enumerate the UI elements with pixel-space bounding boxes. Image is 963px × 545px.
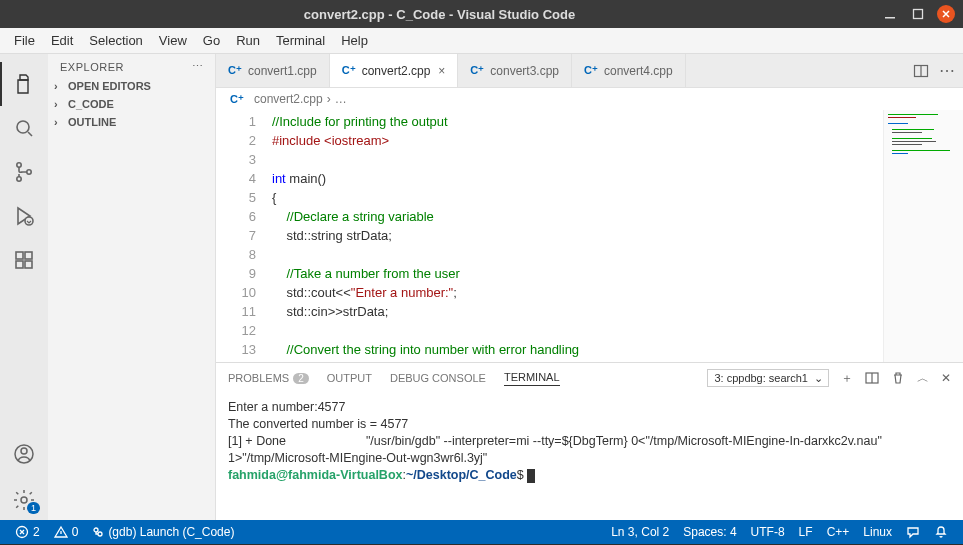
status-language[interactable]: C++ <box>820 525 857 539</box>
window-close-button[interactable] <box>937 5 955 23</box>
tab-convert2-cpp[interactable]: C⁺convert2.cpp× <box>330 54 459 87</box>
breadcrumb-file: convert2.cpp <box>254 92 323 106</box>
window-minimize-button[interactable] <box>881 5 899 23</box>
sidebar-header-label: EXPLORER <box>60 61 124 73</box>
chevron-down-icon: ⌄ <box>814 372 823 385</box>
cpp-file-icon: C⁺ <box>584 64 598 77</box>
sidebar: EXPLORER ⋯ ›OPEN EDITORS›C_CODE›OUTLINE <box>48 54 216 520</box>
chevron-right-icon: › <box>327 92 331 106</box>
chevron-right-icon: › <box>54 98 68 110</box>
tab-output[interactable]: OUTPUT <box>327 372 372 384</box>
search-icon[interactable] <box>0 106 48 150</box>
status-launch-config[interactable]: (gdb) Launch (C_Code) <box>85 525 241 539</box>
menu-terminal[interactable]: Terminal <box>268 33 333 48</box>
menu-go[interactable]: Go <box>195 33 228 48</box>
svg-point-2 <box>17 121 29 133</box>
tab-debug-console[interactable]: DEBUG CONSOLE <box>390 372 486 384</box>
problems-count-badge: 2 <box>293 373 309 384</box>
svg-rect-0 <box>885 17 895 19</box>
bottom-panel: PROBLEMS2 OUTPUT DEBUG CONSOLE TERMINAL … <box>216 362 963 520</box>
line-number-gutter: 1234567891011121314 <box>216 110 272 362</box>
sidebar-section-outline[interactable]: ›OUTLINE <box>48 113 215 131</box>
cpp-file-icon: C⁺ <box>342 64 356 77</box>
code-area[interactable]: //Include for printing the output#includ… <box>272 110 883 362</box>
panel-maximize-button[interactable]: ︿ <box>917 370 929 387</box>
activity-bar: 1 <box>0 54 48 520</box>
split-editor-icon[interactable] <box>913 63 929 79</box>
menu-edit[interactable]: Edit <box>43 33 81 48</box>
svg-point-5 <box>27 170 31 174</box>
new-terminal-button[interactable]: ＋ <box>841 370 853 387</box>
status-bar: 2 0 (gdb) Launch (C_Code) Ln 3, Col 2 Sp… <box>0 520 963 544</box>
svg-point-4 <box>17 177 21 181</box>
status-cursor-position[interactable]: Ln 3, Col 2 <box>604 525 676 539</box>
editor-main: C⁺convert1.cppC⁺convert2.cpp×C⁺convert3.… <box>216 54 963 520</box>
menu-run[interactable]: Run <box>228 33 268 48</box>
window-maximize-button[interactable] <box>909 5 927 23</box>
svg-rect-10 <box>25 261 32 268</box>
terminal-output[interactable]: Enter a number:4577The converted number … <box>216 393 963 520</box>
tab-convert3-cpp[interactable]: C⁺convert3.cpp <box>458 54 572 87</box>
status-encoding[interactable]: UTF-8 <box>744 525 792 539</box>
menu-selection[interactable]: Selection <box>81 33 150 48</box>
menu-help[interactable]: Help <box>333 33 376 48</box>
panel-tabs: PROBLEMS2 OUTPUT DEBUG CONSOLE TERMINAL … <box>216 363 963 393</box>
sidebar-section-c_code[interactable]: ›C_CODE <box>48 95 215 113</box>
status-bell-icon[interactable] <box>927 525 955 539</box>
panel-close-button[interactable]: ✕ <box>941 371 951 385</box>
window-titlebar: convert2.cpp - C_Code - Visual Studio Co… <box>0 0 963 28</box>
menu-file[interactable]: File <box>6 33 43 48</box>
more-actions-icon[interactable]: ⋯ <box>939 61 955 80</box>
extensions-icon[interactable] <box>0 238 48 282</box>
editor-tabs: C⁺convert1.cppC⁺convert2.cpp×C⁺convert3.… <box>216 54 963 88</box>
cpp-file-icon: C⁺ <box>228 64 242 77</box>
svg-rect-1 <box>914 10 923 19</box>
svg-point-20 <box>98 532 102 536</box>
tab-terminal[interactable]: TERMINAL <box>504 371 560 386</box>
status-os[interactable]: Linux <box>856 525 899 539</box>
tab-convert4-cpp[interactable]: C⁺convert4.cpp <box>572 54 686 87</box>
svg-rect-9 <box>16 261 23 268</box>
breadcrumb-more: … <box>335 92 347 106</box>
sidebar-more-icon[interactable]: ⋯ <box>192 60 204 73</box>
svg-point-19 <box>94 528 98 532</box>
menu-view[interactable]: View <box>151 33 195 48</box>
svg-point-3 <box>17 163 21 167</box>
cpp-file-icon: C⁺ <box>470 64 484 77</box>
svg-point-12 <box>21 448 27 454</box>
menu-bar: FileEditSelectionViewGoRunTerminalHelp <box>0 28 963 54</box>
chevron-right-icon: › <box>54 116 68 128</box>
tab-problems[interactable]: PROBLEMS2 <box>228 372 309 384</box>
explorer-icon[interactable] <box>0 62 48 106</box>
terminal-selector[interactable]: 3: cppdbg: search1 ⌄ <box>707 369 829 387</box>
terminal-cursor <box>527 469 535 483</box>
minimap[interactable] <box>883 110 963 362</box>
svg-rect-7 <box>16 252 23 259</box>
run-debug-icon[interactable] <box>0 194 48 238</box>
cpp-file-icon: C⁺ <box>230 93 244 106</box>
svg-point-13 <box>21 497 27 503</box>
split-terminal-button[interactable] <box>865 371 879 385</box>
settings-badge: 1 <box>27 502 40 514</box>
window-title: convert2.cpp - C_Code - Visual Studio Co… <box>8 7 871 22</box>
source-control-icon[interactable] <box>0 150 48 194</box>
chevron-right-icon: › <box>54 80 68 92</box>
settings-icon[interactable]: 1 <box>0 480 48 520</box>
status-indentation[interactable]: Spaces: 4 <box>676 525 743 539</box>
breadcrumb[interactable]: C⁺ convert2.cpp › … <box>216 88 963 110</box>
status-feedback-icon[interactable] <box>899 525 927 539</box>
svg-rect-8 <box>25 252 32 259</box>
status-errors[interactable]: 2 <box>8 525 47 539</box>
trash-icon[interactable] <box>891 371 905 385</box>
editor[interactable]: 1234567891011121314 //Include for printi… <box>216 110 963 362</box>
sidebar-header: EXPLORER ⋯ <box>48 54 215 77</box>
status-eol[interactable]: LF <box>792 525 820 539</box>
accounts-icon[interactable] <box>0 432 48 476</box>
sidebar-section-open-editors[interactable]: ›OPEN EDITORS <box>48 77 215 95</box>
tab-convert1-cpp[interactable]: C⁺convert1.cpp <box>216 54 330 87</box>
status-warnings[interactable]: 0 <box>47 525 86 539</box>
tab-close-icon[interactable]: × <box>438 64 445 78</box>
